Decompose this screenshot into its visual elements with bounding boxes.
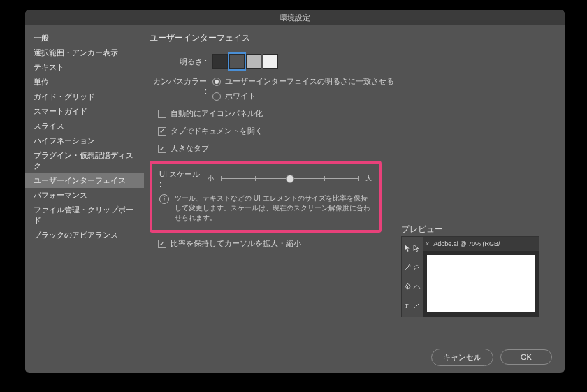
sidebar-item-8[interactable]: プラグイン・仮想記憶ディスク — [25, 148, 144, 173]
preview-box: T × Adobe.ai @ 70% (RGB/ — [401, 236, 539, 317]
type-tool-icon: T — [403, 296, 412, 315]
sidebar-item-9[interactable]: ユーザーインターフェイス — [25, 173, 144, 188]
brightness-swatch-1[interactable] — [229, 54, 245, 69]
checkbox-open-tabs-label: タブでドキュメントを開く — [171, 126, 263, 136]
preview-tools: T — [402, 237, 423, 317]
checkbox-large-tabs-label: 大きなタブ — [171, 143, 209, 154]
window-title: 環境設定 — [25, 10, 565, 25]
sidebar: 一般選択範囲・アンカー表示テキスト単位ガイド・グリッドスマートガイドスライスハイ… — [25, 25, 144, 341]
checkbox-scale-cursor-label: 比率を保持してカーソルを拡大・縮小 — [171, 238, 301, 249]
section-title: ユーザーインターフェイス — [150, 32, 555, 44]
ui-scale-thumb[interactable] — [286, 175, 294, 183]
sidebar-item-7[interactable]: ハイフネーション — [25, 133, 144, 148]
brightness-swatch-3[interactable] — [263, 54, 278, 69]
radio-white[interactable] — [212, 92, 221, 101]
sidebar-item-2[interactable]: テキスト — [25, 60, 144, 75]
preferences-window: 環境設定 一般選択範囲・アンカー表示テキスト単位ガイド・グリッドスマートガイドス… — [25, 10, 565, 373]
preview-tab-text: Adobe.ai @ 70% (RGB/ — [432, 240, 500, 247]
close-icon: × — [423, 240, 432, 247]
ui-scale-slider[interactable] — [221, 174, 358, 184]
main-panel: ユーザーインターフェイス 明るさ : カンバスカラー : ユーザーインターフェイ… — [144, 25, 565, 341]
lasso-tool-icon — [413, 258, 422, 277]
sidebar-item-4[interactable]: ガイド・グリッド — [25, 89, 144, 104]
svg-line-1 — [414, 303, 419, 308]
ui-scale-label: UI スケール : — [159, 169, 203, 188]
cancel-button[interactable]: キャンセル — [431, 349, 493, 366]
ui-scale-min-label: 小 — [208, 174, 214, 183]
checkbox-auto-icon[interactable] — [158, 110, 166, 118]
radio-match-brightness[interactable] — [212, 78, 221, 86]
checkbox-open-tabs[interactable] — [158, 127, 166, 136]
brightness-swatch-0[interactable] — [212, 54, 228, 69]
info-icon: i — [159, 194, 169, 204]
svg-text:T: T — [405, 303, 409, 310]
sidebar-item-5[interactable]: スマートガイド — [25, 104, 144, 119]
ok-button[interactable]: OK — [500, 349, 552, 365]
curvature-tool-icon — [413, 277, 422, 296]
pen-tool-icon — [403, 277, 412, 296]
sidebar-item-10[interactable]: パフォーマンス — [25, 188, 144, 203]
direct-selection-tool-icon — [413, 238, 422, 257]
radio-white-label: ホワイト — [225, 91, 256, 101]
brightness-swatch-2[interactable] — [246, 54, 261, 69]
line-tool-icon — [413, 296, 422, 315]
checkbox-large-tabs[interactable] — [158, 145, 166, 153]
canvas-color-label: カンバスカラー : — [150, 76, 212, 95]
radio-match-brightness-label: ユーザーインターフェイスの明るさに一致させる — [225, 76, 394, 87]
ui-scale-highlight: UI スケール : 小 大 i ツール、テキストなどの UI エレメントのサイズ… — [150, 161, 382, 233]
ui-scale-info: ツール、テキストなどの UI エレメントのサイズを比率を保持して変更します。スケ… — [175, 194, 372, 223]
ui-scale-max-label: 大 — [365, 174, 372, 183]
selection-tool-icon — [403, 238, 412, 257]
brightness-label: 明るさ : — [150, 57, 212, 67]
checkbox-scale-cursor[interactable] — [158, 240, 166, 248]
preview-canvas — [427, 255, 535, 312]
preview-label: プレビュー — [401, 224, 443, 235]
sidebar-item-1[interactable]: 選択範囲・アンカー表示 — [25, 45, 144, 60]
wand-tool-icon — [403, 258, 412, 277]
sidebar-item-11[interactable]: ファイル管理・クリップボード — [25, 203, 144, 228]
sidebar-item-0[interactable]: 一般 — [25, 31, 144, 45]
sidebar-item-6[interactable]: スライス — [25, 119, 144, 133]
footer: キャンセル OK — [25, 341, 565, 373]
sidebar-item-3[interactable]: 単位 — [25, 75, 144, 89]
checkbox-auto-icon-label: 自動的にアイコンパネル化 — [171, 108, 263, 119]
preview-tabbar: × Adobe.ai @ 70% (RGB/ — [423, 237, 539, 251]
sidebar-item-12[interactable]: ブラックのアピアランス — [25, 228, 144, 242]
